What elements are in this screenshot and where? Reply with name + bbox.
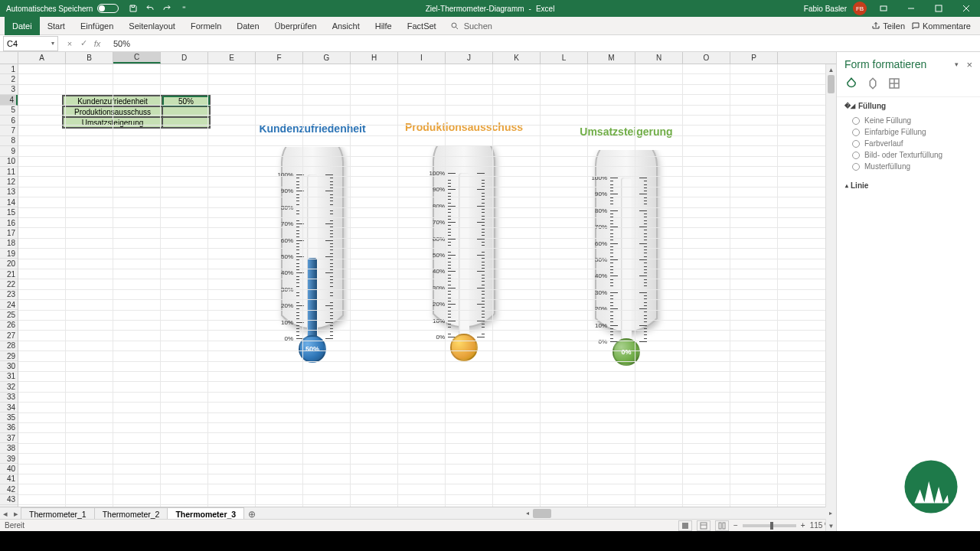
vertical-scrollbar[interactable]: ▲ ▼ — [825, 64, 836, 531]
ribbon-tab-formeln[interactable]: Formeln — [183, 17, 229, 35]
row-header[interactable]: 29 — [0, 351, 18, 361]
column-header[interactable]: H — [351, 52, 398, 64]
ribbon-tab-daten[interactable]: Daten — [229, 17, 266, 35]
pane-options-icon[interactable]: ▾ — [947, 60, 966, 68]
redo-icon[interactable] — [160, 2, 174, 15]
row-header[interactable]: 39 — [0, 454, 18, 464]
row-header[interactable]: 6 — [0, 116, 18, 126]
row-header[interactable]: 14 — [0, 197, 18, 207]
column-header[interactable]: G — [303, 52, 351, 64]
column-header[interactable]: P — [730, 52, 778, 64]
undo-icon[interactable] — [143, 2, 157, 15]
horizontal-scrollbar[interactable]: ◂ ▸ — [522, 507, 836, 519]
row-header[interactable]: 19 — [0, 249, 18, 259]
row-header[interactable]: 3 — [0, 85, 18, 95]
view-normal-icon[interactable] — [678, 520, 692, 531]
row-header[interactable]: 31 — [0, 372, 18, 382]
sheet-tab[interactable]: Thermometer_1 — [21, 507, 95, 520]
row-header[interactable]: 18 — [0, 239, 18, 249]
ribbon-tab-einfügen[interactable]: Einfügen — [73, 17, 121, 35]
qat-overflow-icon[interactable]: ⁼ — [177, 2, 191, 15]
row-header[interactable]: 10 — [0, 157, 18, 167]
fill-section-header[interactable]: �◢Füllung — [844, 102, 972, 110]
name-box[interactable]: C4 ▾ — [3, 36, 58, 51]
row-header[interactable]: 9 — [0, 146, 18, 156]
ribbon-tab-datei[interactable]: Datei — [5, 17, 40, 35]
row-header[interactable]: 13 — [0, 187, 18, 197]
view-pagebreak-icon[interactable] — [715, 520, 729, 531]
column-header[interactable]: O — [683, 52, 730, 64]
zoom-slider[interactable] — [743, 524, 796, 527]
column-header[interactable]: J — [446, 52, 493, 64]
row-header[interactable]: 5 — [0, 106, 18, 116]
cancel-formula-icon[interactable]: × — [64, 39, 75, 48]
ribbon-tab-factset[interactable]: FactSet — [400, 17, 444, 35]
scrollbar-thumb[interactable] — [533, 509, 551, 518]
ribbon-tab-start[interactable]: Start — [40, 17, 73, 35]
column-header[interactable]: D — [161, 52, 208, 64]
ribbon-tab-hilfe[interactable]: Hilfe — [368, 17, 400, 35]
scroll-left-icon[interactable]: ◂ — [522, 510, 533, 517]
fill-option[interactable]: Einfarbige Füllung — [844, 126, 972, 138]
row-header[interactable]: 27 — [0, 331, 18, 341]
autosave-switch-icon[interactable] — [97, 4, 119, 13]
tab-nav-next-icon[interactable]: ▸ — [11, 507, 21, 520]
ribbon-tab-ansicht[interactable]: Ansicht — [325, 17, 368, 35]
row-header[interactable]: 4 — [0, 95, 18, 105]
row-header[interactable]: 42 — [0, 484, 18, 494]
row-header[interactable]: 2 — [0, 74, 18, 84]
fill-option[interactable]: Musterfüllung — [844, 161, 972, 172]
size-props-tab-icon[interactable] — [887, 77, 901, 90]
tell-me-search[interactable]: Suchen — [450, 21, 492, 31]
column-header[interactable]: F — [256, 52, 303, 64]
row-header[interactable]: 24 — [0, 300, 18, 310]
select-all-corner[interactable] — [0, 52, 18, 64]
row-header[interactable]: 37 — [0, 433, 18, 443]
column-header[interactable]: M — [588, 52, 635, 64]
minimize-icon[interactable] — [900, 0, 922, 17]
column-header[interactable]: N — [635, 52, 683, 64]
user-avatar[interactable]: FB — [853, 2, 867, 15]
row-header[interactable]: 34 — [0, 403, 18, 412]
row-header[interactable]: 11 — [0, 167, 18, 177]
row-header[interactable]: 33 — [0, 393, 18, 403]
ribbon-tab-seitenlayout[interactable]: Seitenlayout — [121, 17, 183, 35]
fill-option[interactable]: Farbverlauf — [844, 138, 972, 149]
row-header[interactable]: 32 — [0, 382, 18, 392]
tab-nav-prev-icon[interactable]: ◂ — [0, 507, 11, 520]
fill-line-tab-icon[interactable] — [844, 77, 858, 90]
row-header[interactable]: 17 — [0, 228, 18, 238]
line-section-header[interactable]: ▸Linie — [844, 181, 972, 190]
effects-tab-icon[interactable] — [866, 77, 880, 90]
row-header[interactable]: 15 — [0, 207, 18, 217]
zoom-out-icon[interactable]: − — [733, 521, 738, 530]
maximize-icon[interactable] — [928, 0, 949, 17]
column-header[interactable]: C — [113, 52, 161, 64]
autosave-toggle[interactable]: Automatisches Speichern — [0, 4, 125, 13]
ribbon-display-icon[interactable] — [873, 0, 894, 17]
worksheet-grid[interactable]: Kundenzufriedenheit 50% Produktionsaussc… — [18, 64, 836, 507]
row-header[interactable]: 23 — [0, 290, 18, 300]
column-header[interactable]: B — [66, 52, 113, 64]
share-button[interactable]: Teilen — [871, 21, 905, 31]
column-header[interactable]: K — [493, 52, 541, 64]
scrollbar-thumb[interactable] — [828, 75, 835, 93]
new-sheet-button[interactable]: ⊕ — [244, 509, 260, 520]
sheet-tab[interactable]: Thermometer_3 — [167, 507, 244, 520]
comments-button[interactable]: Kommentare — [911, 21, 971, 31]
close-pane-icon[interactable]: × — [966, 59, 972, 70]
ribbon-tab-überprüfen[interactable]: Überprüfen — [267, 17, 325, 35]
column-header[interactable]: I — [398, 52, 446, 64]
scroll-down-icon[interactable]: ▼ — [826, 520, 836, 531]
sheet-tab[interactable]: Thermometer_2 — [94, 507, 168, 520]
chevron-down-icon[interactable]: ▾ — [51, 40, 54, 47]
row-header[interactable]: 8 — [0, 136, 18, 146]
view-layout-icon[interactable] — [697, 520, 710, 531]
row-header[interactable]: 38 — [0, 443, 18, 453]
fill-option[interactable]: Keine Füllung — [844, 115, 972, 126]
close-icon[interactable] — [956, 0, 977, 17]
scroll-up-icon[interactable]: ▲ — [826, 64, 836, 75]
row-header[interactable]: 7 — [0, 126, 18, 135]
row-header[interactable]: 36 — [0, 423, 18, 433]
scroll-right-icon[interactable]: ▸ — [825, 510, 836, 517]
